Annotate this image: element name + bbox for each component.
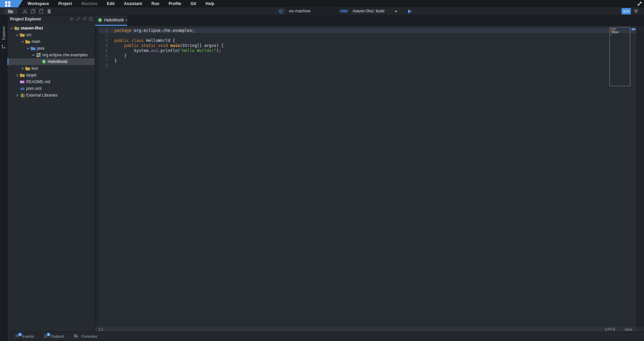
- tree-item-helloworld[interactable]: CHelloWorld: [7, 58, 95, 65]
- bottom-rail-corner: [0, 332, 7, 341]
- code-content[interactable]: package org.eclipse.che.examples;public …: [110, 26, 644, 327]
- language-indicator[interactable]: Java: [625, 327, 632, 331]
- copy-button[interactable]: [30, 8, 36, 14]
- line-number: 7: [98, 58, 110, 63]
- menu-item-workspace[interactable]: Workspace: [23, 0, 54, 7]
- tree-item-label: README.md: [25, 79, 50, 84]
- line-number: 6: [98, 53, 110, 58]
- fullscreen-icon[interactable]: [637, 1, 642, 6]
- cut-button[interactable]: [22, 8, 28, 14]
- tree-item-label: External Libraries: [25, 93, 57, 98]
- tab-label: HelloWorld: [104, 18, 123, 22]
- encoding-indicator[interactable]: UTF-8: [605, 327, 615, 331]
- folder-icon: [25, 40, 31, 44]
- overview-ruler-marker[interactable]: [632, 28, 635, 30]
- menu-item-git[interactable]: Git: [186, 0, 201, 7]
- operations-perspective-icon[interactable]: [634, 9, 639, 14]
- code-editor[interactable]: 12345678 package org.eclipse.che.example…: [95, 26, 644, 327]
- project-explorer-panel: Project Explorer maven-0hcisrcmainjavaor…: [7, 15, 95, 332]
- expander-right-icon[interactable]: [20, 67, 25, 70]
- code-line-5: System.out.println("Hello Worlds!");: [110, 48, 644, 53]
- delete-button[interactable]: [46, 8, 52, 14]
- folder-icon: [25, 66, 31, 71]
- cursor-position[interactable]: 1:1: [98, 327, 605, 331]
- tree-item-org-eclipse-che-examples[interactable]: org.eclipse.che.examples: [7, 52, 95, 58]
- tree-item-label: test: [31, 66, 38, 71]
- menu-item-edit[interactable]: Edit: [102, 0, 119, 7]
- paste-icon: [39, 9, 44, 14]
- code-line-8: [110, 63, 644, 68]
- tree-item-label: maven-0hci: [20, 26, 43, 31]
- tree-item-main[interactable]: main: [7, 38, 95, 45]
- menu-item-machine: Machine: [77, 0, 102, 7]
- machine-selector[interactable]: ws-machine: [276, 8, 338, 14]
- expander-down-icon[interactable]: [26, 47, 30, 50]
- minimap[interactable]: [609, 27, 630, 86]
- run-command-button[interactable]: [408, 9, 412, 13]
- paste-button[interactable]: [38, 8, 44, 14]
- tree-item-label: HelloWorld: [47, 59, 67, 64]
- menu-item-run[interactable]: Run: [147, 0, 164, 7]
- refresh-icon[interactable]: [83, 17, 86, 21]
- markdown-icon: M: [19, 80, 25, 84]
- tree-item-pom-xml[interactable]: mpom.xml: [7, 85, 95, 92]
- code-line-1: package org.eclipse.che.examples;: [110, 28, 644, 33]
- expander-right-icon[interactable]: [15, 94, 19, 97]
- tree-item-label: main: [31, 39, 40, 44]
- tree-item-test[interactable]: test: [7, 65, 95, 72]
- tree-item-maven-0hci[interactable]: maven-0hci: [7, 25, 95, 32]
- libraries-icon: [19, 93, 25, 98]
- collapse-panel-icon[interactable]: [89, 17, 93, 21]
- menu-item-assistant[interactable]: Assistant: [119, 0, 147, 7]
- expander-down-icon[interactable]: [15, 34, 19, 37]
- link-with-editor-icon[interactable]: [76, 17, 80, 21]
- bottom-tab-outputs[interactable]: 1Outputs: [41, 332, 66, 341]
- part-stack-icon[interactable]: [1, 45, 6, 49]
- project-folder-icon: [14, 26, 20, 31]
- project-explorer-title: Project Explorer: [10, 17, 70, 21]
- scroll-from-source-icon[interactable]: [70, 17, 73, 21]
- new-folder-button[interactable]: [4, 8, 17, 14]
- code-line-2: [110, 33, 644, 38]
- menu-item-help[interactable]: Help: [201, 0, 219, 7]
- expander-down-icon[interactable]: [31, 54, 36, 57]
- bottom-tab-events[interactable]: 2Events: [13, 332, 36, 341]
- tree-item-java[interactable]: java: [7, 45, 95, 52]
- bottom-panel-bar: 2Events1OutputsConsoles: [0, 332, 644, 341]
- line-number: 8: [98, 63, 110, 68]
- tree-item-src[interactable]: src: [7, 32, 95, 38]
- expander-down-icon[interactable]: [20, 40, 25, 43]
- expander-down-icon[interactable]: [9, 27, 14, 30]
- editor-tab-bar: C HelloWorld ×: [95, 15, 644, 26]
- code-line-7: }: [110, 58, 644, 63]
- editor-area: C HelloWorld × 12345678 package org.ecli…: [95, 15, 644, 332]
- explorer-rail-tab[interactable]: Explorer: [2, 26, 6, 40]
- tree-item-target[interactable]: target: [7, 72, 95, 78]
- menu-item-profile[interactable]: Profile: [164, 0, 186, 7]
- tree-item-label: org.eclipse.che.examples: [41, 53, 88, 57]
- code-perspective-button[interactable]: </>: [622, 8, 631, 14]
- che-logo-icon[interactable]: [0, 0, 23, 7]
- menu-bar: WorkspaceProjectMachineEditAssistantRunP…: [0, 0, 644, 7]
- cube-icon: [276, 8, 286, 14]
- command-dropdown[interactable]: maven-0hci: build: [350, 8, 401, 14]
- editor-tab-helloworld[interactable]: C HelloWorld ×: [95, 15, 127, 26]
- machine-name: ws-machine: [286, 8, 338, 14]
- svg-text:C: C: [99, 18, 101, 22]
- badge-count: 1: [47, 333, 50, 336]
- expander-right-icon[interactable]: [15, 74, 19, 77]
- breakpoint-gutter[interactable]: [95, 26, 98, 327]
- tree-item-readme-md[interactable]: MREADME.md: [7, 78, 95, 85]
- tree-item-label: java: [36, 46, 44, 51]
- tree-item-label: target: [25, 73, 37, 77]
- bottom-tab-consoles[interactable]: Consoles: [71, 332, 99, 341]
- editor-status-bar: 1:1 UTF-8 Java: [95, 327, 637, 332]
- package-icon: [36, 53, 41, 57]
- new-folder-icon: [7, 9, 14, 14]
- tab-close-icon[interactable]: ×: [125, 18, 128, 22]
- command-value: maven-0hci: build: [353, 9, 384, 13]
- line-number: 1: [98, 28, 110, 33]
- java-class-icon: C: [41, 59, 47, 64]
- tree-item-external-libraries[interactable]: External Libraries: [7, 92, 95, 99]
- menu-item-project[interactable]: Project: [54, 0, 77, 7]
